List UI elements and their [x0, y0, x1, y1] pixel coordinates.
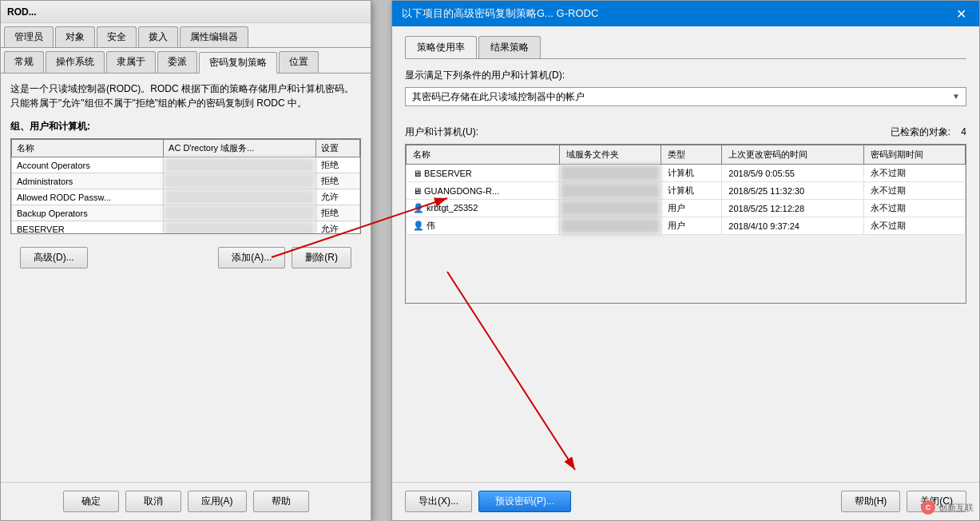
left-table-buttons: 高级(D)... 添加(A)... 删除(R)	[10, 241, 361, 275]
left-row-setting: 允许	[315, 221, 359, 235]
users-header: 用户和计算机(U): 已检索的对象: 4	[405, 125, 966, 139]
users-label: 用户和计算机(U):	[405, 125, 478, 139]
checked-count: 已检索的对象: 4	[891, 125, 966, 139]
right-row-folder: Users	[559, 200, 661, 217]
right-row-folder: 'Comput...	[559, 165, 661, 182]
left-table-row[interactable]: Backup Operatorsbuiltin拒绝	[12, 205, 360, 221]
apply-button[interactable]: 应用(A)	[188, 491, 247, 512]
left-table-row[interactable]: BESERVERComputers允许	[12, 221, 360, 235]
watermark-logo: C	[921, 500, 935, 515]
right-row-name: 🖥 BESERVER	[407, 165, 560, 182]
right-col-type: 类型	[661, 145, 722, 165]
tab-security[interactable]: 安全	[97, 26, 137, 47]
tab-attr-editor[interactable]: 属性编辑器	[180, 26, 248, 47]
left-dialog-footer: 确定 取消 应用(A) 帮助	[1, 482, 371, 520]
left-dialog-title: ROD...	[7, 6, 364, 18]
description-text: 这是一个只读域控制器(RODC)。RODC 根据下面的策略存储用户和计算机密码。…	[10, 82, 361, 110]
right-row-type: 用户	[661, 200, 722, 217]
right-row-expires: 永不过期	[863, 200, 965, 217]
right-table-row[interactable]: 🖥 BESERVER'Comput...计算机2018/5/9 0:05:55永…	[407, 165, 966, 182]
left-row-path: sers	[164, 189, 315, 205]
left-table-row[interactable]: Administratorsbuiltin拒绝	[12, 173, 360, 189]
right-tab-policy-usage[interactable]: 策略使用率	[405, 36, 477, 58]
right-dialog-close-icon[interactable]: ✕	[953, 6, 970, 22]
subtab-os[interactable]: 操作系统	[46, 51, 105, 73]
right-row-expires: 永不过期	[863, 217, 965, 235]
left-row-setting: 拒绝	[315, 205, 359, 221]
left-table-row[interactable]: Allowed RODC Passw...sers允许	[12, 189, 360, 205]
tab-object[interactable]: 对象	[55, 26, 95, 47]
right-row-last-changed: 2018/5/25 12:12:28	[722, 200, 864, 217]
right-row-expires: 永不过期	[863, 165, 965, 182]
tab-manager[interactable]: 管理员	[4, 26, 54, 47]
left-row-name: Allowed RODC Passw...	[12, 189, 164, 205]
left-dialog-titlebar: ROD...	[1, 1, 371, 23]
right-tab-bar: 策略使用率 结果策略	[405, 36, 966, 59]
left-row-name: Administrators	[12, 173, 164, 189]
subtab-password-policy[interactable]: 密码复制策略	[199, 52, 277, 74]
computer-icon: 🖥	[413, 186, 424, 196]
ok-button[interactable]: 确定	[63, 491, 119, 512]
left-row-name: Account Operators	[12, 157, 164, 173]
left-row-path: Builtin	[164, 157, 315, 173]
right-dialog-main: 策略使用率 结果策略 显示满足下列条件的用户和计算机(D): 其密码已存储在此只…	[392, 26, 979, 320]
left-row-path: builtin	[164, 173, 315, 189]
right-row-last-changed: 2018/4/10 9:37:24	[722, 217, 864, 235]
add-button[interactable]: 添加(A)...	[218, 247, 285, 268]
right-table-container: 名称 域服务文件夹 类型 上次更改密码的时间 密码到期时间 🖥 BESERVER…	[405, 144, 966, 304]
right-dialog-titlebar: 以下项目的高级密码复制策略G... G-RODC ✕	[392, 1, 979, 26]
subtab-location[interactable]: 位置	[279, 51, 319, 73]
right-dialog-footer: 导出(X)... 预设密码(P)... 帮助(H) 关闭(C)	[392, 482, 979, 520]
right-row-name: 🖥 GUANGDONG-R...	[407, 182, 560, 200]
top-tab-bar: 管理员 对象 安全 拨入 属性编辑器	[1, 23, 371, 48]
preset-password-button[interactable]: 预设密码(P)...	[478, 491, 571, 512]
advanced-button[interactable]: 高级(D)...	[20, 247, 88, 268]
right-row-last-changed: 2018/5/25 11:32:30	[722, 182, 864, 200]
left-table-row[interactable]: Account OperatorsBuiltin拒绝	[12, 157, 360, 173]
right-row-name: 👤 krbtgt_25352	[407, 200, 560, 217]
right-row-type: 计算机	[661, 165, 722, 182]
right-dialog-title: 以下项目的高级密码复制策略G... G-RODC	[402, 6, 953, 21]
right-table-row[interactable]: 🖥 GUANGDONG-R...Domain ...计算机2018/5/25 1…	[407, 182, 966, 200]
subtab-delegate[interactable]: 委派	[157, 51, 197, 73]
subtab-member-of[interactable]: 隶属于	[106, 51, 156, 73]
right-dialog: 以下项目的高级密码复制策略G... G-RODC ✕ 策略使用率 结果策略 显示…	[391, 0, 980, 521]
filter-label: 显示满足下列条件的用户和计算机(D):	[405, 69, 966, 82]
group-table: 名称 AC D'rectory 域服务... 设置 Account Operat…	[11, 139, 360, 234]
remove-button[interactable]: 删除(R)	[292, 247, 351, 268]
computer-icon: 🖥	[413, 169, 424, 178]
left-row-path: Computers	[164, 221, 315, 235]
filter-dropdown[interactable]: 其密码已存储在此只读域控制器中的帐户	[405, 87, 966, 106]
col-setting: 设置	[315, 140, 359, 157]
left-row-setting: 允许	[315, 189, 359, 205]
help-button[interactable]: 帮助	[253, 491, 309, 512]
filter-dropdown-wrapper: 其密码已存储在此只读域控制器中的帐户	[405, 87, 966, 116]
export-button[interactable]: 导出(X)...	[405, 491, 472, 512]
right-row-last-changed: 2018/5/9 0:05:55	[722, 165, 864, 182]
user-icon: 👤	[413, 221, 427, 230]
right-help-button[interactable]: 帮助(H)	[841, 491, 901, 512]
right-row-folder: Domain ...	[559, 182, 661, 200]
left-row-path: builtin	[164, 205, 315, 221]
subtab-general[interactable]: 常规	[4, 51, 44, 73]
right-tab-result-policy[interactable]: 结果策略	[478, 36, 541, 58]
section-label: 组、用户和计算机:	[10, 120, 361, 133]
right-row-expires: 永不过期	[863, 182, 965, 200]
right-row-type: 计算机	[661, 182, 722, 200]
right-row-folder: TEST/信...	[559, 217, 661, 235]
right-footer-left: 导出(X)... 预设密码(P)...	[405, 491, 571, 512]
sub-tab-bar: 常规 操作系统 隶属于 委派 密码复制策略 位置	[1, 48, 371, 74]
right-row-name: 👤 伟	[407, 217, 560, 235]
right-table-row[interactable]: 👤 伟TEST/信...用户2018/4/10 9:37:24永不过期	[407, 217, 966, 235]
right-table-row[interactable]: 👤 krbtgt_25352Users用户2018/5/25 12:12:28永…	[407, 200, 966, 217]
col-name: 名称	[12, 140, 164, 157]
left-row-setting: 拒绝	[315, 157, 359, 173]
right-row-type: 用户	[661, 217, 722, 235]
left-row-name: BESERVER	[12, 221, 164, 235]
cancel-button[interactable]: 取消	[125, 491, 181, 512]
right-table: 名称 域服务文件夹 类型 上次更改密码的时间 密码到期时间 🖥 BESERVER…	[406, 145, 966, 235]
tab-dialin[interactable]: 拨入	[138, 26, 178, 47]
watermark: C 创新互联	[921, 500, 974, 515]
left-row-name: Backup Operators	[12, 205, 164, 221]
col-path: AC D'rectory 域服务...	[164, 140, 315, 157]
